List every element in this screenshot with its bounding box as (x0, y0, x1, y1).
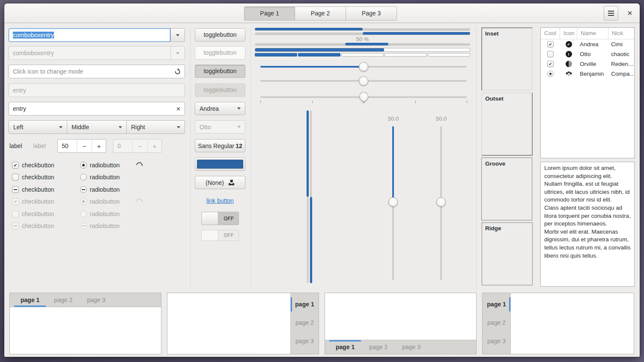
spinbutton[interactable]: 50 − + (57, 139, 106, 153)
togglebutton-active[interactable]: togglebutton (195, 65, 245, 78)
column-header-cool[interactable]: Cool (541, 28, 560, 39)
switch-off[interactable]: OFF (201, 212, 239, 225)
comboboxentry[interactable]: comboboxentry (9, 28, 185, 42)
switch-slider[interactable] (201, 212, 218, 225)
comboboxentry-disabled-input: comboboxentry (9, 46, 170, 60)
combobox-row: Left Middle Right (9, 120, 185, 134)
combobox-andrea[interactable]: Andrea (195, 102, 245, 115)
close-button[interactable]: ✕ (624, 8, 635, 19)
combobox-right[interactable]: Right (127, 120, 185, 134)
tab-page2[interactable]: page 2 (362, 340, 395, 354)
vscale-filled[interactable] (388, 126, 398, 280)
notebook-tabbar: page 1 page 2 page 3 (325, 340, 476, 354)
headerbar-actions: ✕ (604, 6, 635, 21)
hscale-plain-handle[interactable] (359, 76, 368, 86)
font-button-family: Sans Regular (198, 142, 234, 149)
column-header-icon[interactable]: Icon (560, 28, 577, 39)
checkbutton-indeterminate[interactable] (12, 186, 19, 193)
page-switcher: Page 1 Page 2 Page 3 (244, 6, 397, 21)
progressbar-inverted (255, 33, 470, 35)
vscale-plain[interactable] (436, 126, 446, 280)
radiobutton-unselected[interactable] (80, 174, 87, 181)
vscale-filled-handle[interactable] (388, 197, 398, 207)
row-checkbox-unchecked[interactable] (547, 51, 554, 57)
checkbutton-checked[interactable]: ✔ (12, 162, 19, 169)
hscale-plain[interactable] (260, 76, 467, 86)
combobox-left[interactable]: Left (9, 120, 67, 134)
tab-page3[interactable]: page 3 (80, 293, 113, 307)
levelbar-block-empty (385, 53, 427, 56)
tab-page3[interactable]: page 3 (395, 340, 428, 354)
hscale-filled[interactable] (260, 62, 467, 72)
levelbar-block-empty (428, 53, 470, 56)
header-tab-page3[interactable]: Page 3 (346, 6, 397, 21)
radiobutton-indeterminate-disabled (80, 223, 87, 229)
tab-page1[interactable]: page 1 (291, 295, 319, 314)
clear-entry-value: entry (13, 105, 26, 112)
app-chooser-button[interactable]: (None) (195, 176, 245, 189)
column-header-name[interactable]: Name (577, 28, 608, 39)
tab-page1[interactable]: page 1 (328, 340, 362, 354)
separator-2 (250, 26, 251, 289)
progressbar-inverted-fill (363, 32, 471, 35)
table-row[interactable]: Benjamin Compa… (541, 69, 634, 79)
tab-page1[interactable]: page 1 (483, 295, 510, 314)
table-row[interactable]: ✔ Orville Reden… (541, 59, 634, 69)
togglebutton-normal[interactable]: togglebutton (195, 28, 245, 42)
checkbutton-unchecked[interactable] (12, 174, 19, 181)
refresh-icon[interactable] (174, 68, 181, 75)
color-button[interactable] (195, 157, 245, 171)
scale-mark (467, 101, 467, 103)
header-tab-page2[interactable]: Page 2 (295, 6, 346, 21)
hscale-marks[interactable] (260, 92, 467, 107)
row-checkbox-checked[interactable]: ✔ (547, 61, 554, 67)
link-button-label[interactable]: link button (206, 197, 234, 204)
header-tab-page1[interactable]: Page 1 (244, 6, 295, 21)
comboboxentry-input[interactable]: comboboxentry (9, 28, 170, 42)
row-radio-selected[interactable] (547, 71, 554, 77)
radiobutton-selected[interactable] (80, 162, 87, 169)
column-header-nick[interactable]: Nick (608, 28, 634, 39)
icon-entry[interactable]: Click icon to change mode (9, 65, 185, 78)
spin-minus-button[interactable]: − (77, 139, 92, 152)
vscale-filled-value: 50.0 (384, 116, 403, 122)
checkbutton-label: checkbutton (22, 186, 54, 193)
table-row[interactable]: ✔ ✔ Andrea Cimi (541, 39, 634, 49)
chevron-down-icon (237, 107, 241, 110)
tab-page2[interactable]: page 2 (483, 314, 510, 332)
lorem-textview[interactable]: Lorem ipsum dolor sit amet, consectetur … (540, 162, 635, 287)
spinbutton-value[interactable]: 50 (58, 139, 77, 152)
checkbutton-unchecked-row: checkbutton radiobutton (12, 171, 120, 183)
progressbar-pulse (255, 43, 470, 46)
row-checkbox-checked[interactable]: ✔ (547, 41, 554, 47)
radiobutton-selected-disabled (80, 198, 87, 205)
scale-mark (260, 101, 261, 103)
link-button[interactable]: link button (195, 197, 245, 204)
combobox-middle[interactable]: Middle (67, 120, 127, 134)
spin-plus-button[interactable]: + (92, 139, 106, 152)
comboboxentry-dropdown-button[interactable] (170, 28, 185, 42)
cell-name: Orville (577, 61, 608, 67)
hscale-filled-handle[interactable] (359, 62, 368, 71)
tab-page2[interactable]: page 2 (291, 314, 319, 332)
textview-paragraph: Morbi vel elit erat. Maecenas dignissim,… (544, 228, 631, 260)
font-button-size: 12 (236, 142, 242, 149)
tab-page3[interactable]: page 3 (291, 332, 319, 350)
radiobutton-indeterminate[interactable] (80, 186, 87, 193)
font-button[interactable]: Sans Regular 12 (195, 139, 245, 152)
vprogressbar-topdown (307, 110, 309, 283)
scale-mark (415, 101, 416, 103)
tab-page1[interactable]: page 1 (13, 293, 47, 307)
tab-page2[interactable]: page 2 (47, 293, 80, 307)
frame-outset: Outset (481, 92, 533, 156)
label-enabled: label (9, 142, 22, 149)
column-entries: comboboxentry comboboxentry Click icon t… (9, 28, 185, 285)
cell-nick: chaotic (608, 51, 634, 57)
clear-icon[interactable]: ✕ (176, 106, 181, 112)
vscale-plain-handle[interactable] (436, 197, 446, 207)
menu-button[interactable] (604, 6, 618, 21)
clear-entry[interactable]: entry ✕ (9, 102, 185, 116)
table-row[interactable]: ! Otto chaotic (541, 49, 634, 59)
checkbutton-indeterminate-disabled (12, 223, 19, 229)
tab-page3[interactable]: page 3 (483, 332, 510, 350)
